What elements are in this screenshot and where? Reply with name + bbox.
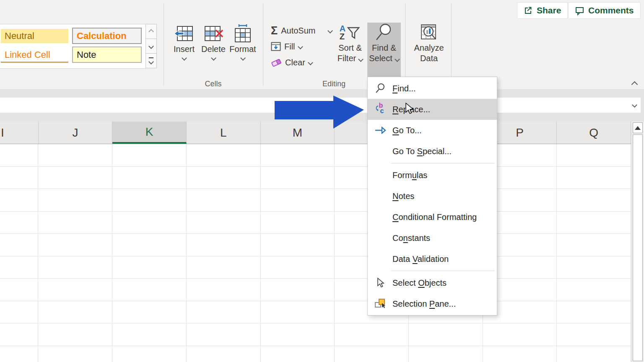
column-header-j[interactable]: J: [39, 122, 113, 144]
comments-button[interactable]: Comments: [568, 2, 641, 19]
menu-item-data-validation[interactable]: Data Validation: [368, 248, 497, 269]
menu-item-go-to-special[interactable]: Go To Special...: [368, 141, 497, 162]
triangle-up-icon: [635, 126, 641, 130]
menu-item-find[interactable]: Find...: [368, 78, 497, 99]
mouse-cursor-icon: [405, 103, 415, 115]
replace-icon: b c: [368, 103, 392, 116]
autosum-sigma-icon: Σ: [271, 25, 278, 36]
share-label: Share: [537, 5, 561, 16]
column-header-l[interactable]: L: [187, 122, 261, 144]
sort-filter-icon: A Z: [340, 23, 361, 43]
annotation-arrow: [273, 94, 367, 132]
menu-item-go-to[interactable]: Go To...: [368, 120, 497, 141]
find-select-button[interactable]: Find & Select: [367, 23, 401, 77]
styles-gallery-more-button[interactable]: [145, 53, 157, 68]
analyze-data-label-line2: Data: [420, 53, 438, 64]
grid-column: [557, 144, 631, 362]
chevron-down-icon: [182, 55, 187, 61]
chevron-down-icon: [148, 59, 154, 65]
style-calculation[interactable]: Calculation: [72, 28, 142, 44]
chevron-down-icon: [211, 55, 216, 61]
format-label: Format: [229, 44, 256, 54]
menu-item-label: Find...: [392, 84, 416, 93]
menu-separator: [391, 163, 495, 163]
cell-styles-gallery: Neutral Calculation Linked Cell Note: [0, 24, 146, 69]
find-select-label-line2: Select: [369, 54, 392, 63]
share-button[interactable]: Share: [517, 2, 568, 19]
menu-item-conditional-formatting[interactable]: Conditional Formatting: [368, 207, 497, 228]
chevron-down-icon: [358, 57, 364, 62]
scroll-up-button[interactable]: [633, 122, 643, 133]
fill-label: Fill: [284, 42, 295, 52]
menu-item-label: Formulas: [392, 171, 427, 180]
formula-bar-expand-chevron-icon[interactable]: [632, 102, 637, 108]
menu-item-formulas[interactable]: Formulas: [368, 165, 497, 186]
fill-button[interactable]: Fill: [271, 40, 302, 53]
autosum-button[interactable]: Σ AutoSum: [271, 24, 332, 37]
find-select-menu: Find... b c Replace...: [367, 77, 497, 315]
menu-item-select-objects[interactable]: Select Objects: [368, 272, 497, 293]
menu-item-label: Selection Pane...: [392, 299, 456, 309]
sort-filter-label-line2: Filter: [338, 54, 356, 63]
chevron-down-icon: [148, 44, 154, 49]
menu-item-label: Data Validation: [392, 254, 449, 264]
grid-column: [187, 144, 261, 362]
format-button[interactable]: Format: [228, 23, 257, 61]
sort-filter-button[interactable]: A Z Sort & Filter: [334, 23, 366, 64]
menu-item-label: Constants: [392, 233, 430, 243]
column-header-q[interactable]: Q: [557, 122, 631, 144]
group-separator: [405, 3, 405, 86]
chevron-up-icon: [631, 81, 638, 88]
menu-item-label: Conditional Formatting: [392, 212, 477, 222]
vertical-scrollbar[interactable]: [631, 122, 644, 362]
clear-label: Clear: [285, 58, 305, 67]
column-header-k-selected[interactable]: K: [112, 122, 187, 144]
styles-gallery-scroll: [145, 24, 157, 68]
spreadsheet-grid[interactable]: [0, 144, 631, 362]
grid-column: [38, 144, 112, 362]
menu-item-constants[interactable]: Constants: [368, 228, 497, 248]
go-to-arrow-icon: [368, 127, 392, 134]
menu-item-replace[interactable]: b c Replace...: [368, 99, 497, 120]
chevron-down-icon: [327, 28, 333, 34]
menu-item-notes[interactable]: Notes: [368, 186, 497, 207]
insert-button[interactable]: Insert: [169, 23, 199, 61]
menu-separator: [391, 271, 495, 271]
chevron-down-icon: [395, 57, 400, 62]
filter-funnel-icon: [346, 25, 361, 40]
menu-item-selection-pane[interactable]: Selection Pane...: [368, 293, 497, 314]
magnifier-icon: [374, 23, 394, 42]
fill-down-icon: [271, 42, 281, 51]
cursor-arrow-icon: [368, 277, 392, 288]
chevron-down-icon: [298, 44, 303, 49]
scrollbar-thumb[interactable]: [633, 134, 643, 361]
analyze-data-label-line1: Analyze: [414, 43, 444, 53]
more-bar: [149, 57, 153, 58]
delete-button[interactable]: Delete: [199, 23, 228, 61]
delete-cells-icon: [203, 25, 223, 42]
styles-scroll-down-button[interactable]: [145, 39, 157, 54]
search-icon: [368, 83, 392, 94]
autosum-label: AutoSum: [281, 26, 315, 36]
eraser-icon: [271, 57, 282, 67]
insert-cells-icon: [174, 25, 194, 42]
replace-c-letter: c: [380, 107, 384, 115]
style-neutral[interactable]: Neutral: [1, 29, 68, 43]
collapse-ribbon-button[interactable]: [628, 80, 641, 88]
style-linked-cell[interactable]: Linked Cell: [1, 48, 68, 63]
insert-label: Insert: [174, 44, 195, 54]
find-select-label-line1: Find &: [372, 43, 396, 53]
chevron-up-icon: [148, 29, 154, 34]
format-cells-icon: [233, 24, 252, 43]
style-note[interactable]: Note: [72, 47, 142, 63]
menu-item-label: Select Objects: [392, 278, 447, 288]
chevron-down-icon: [308, 60, 313, 65]
grid-column: [261, 144, 335, 362]
clear-button[interactable]: Clear: [271, 56, 312, 69]
selection-pane-icon: [368, 298, 392, 309]
menu-item-label: Go To Special...: [392, 147, 452, 156]
grid-column: [112, 144, 187, 362]
column-header-i[interactable]: I: [0, 122, 39, 144]
analyze-data-button[interactable]: Analyze Data: [412, 23, 446, 64]
styles-scroll-up-button[interactable]: [145, 24, 157, 39]
